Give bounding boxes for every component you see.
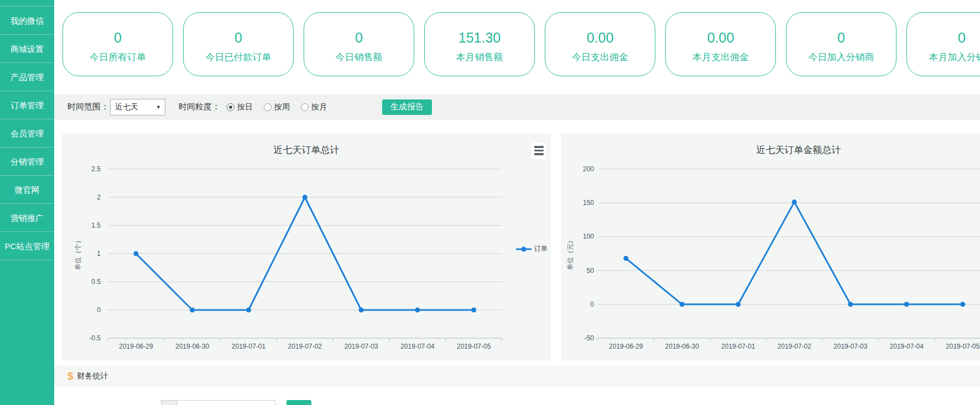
stat-card-label: 今日加入分销商	[809, 51, 874, 64]
stat-card-value: 0.00	[587, 30, 614, 45]
finance-input-addon	[161, 400, 177, 405]
order-amount-chart-svg: 200150100500-502019-06-292019-06-302019-…	[561, 134, 980, 360]
y-tick-label: -0.5	[89, 334, 101, 342]
y-tick-label: 1.5	[91, 222, 101, 229]
stat-card-label: 本月销售额	[456, 51, 503, 64]
y-tick-label: 2.5	[91, 165, 101, 173]
order-count-chart-svg: 2.521.510.50-0.52019-06-292019-06-302019…	[62, 134, 551, 360]
stat-card-label: 今日支出佣金	[572, 51, 628, 64]
y-tick-label: 0	[97, 306, 101, 314]
stat-card-5: 0.00今日支出佣金	[545, 12, 655, 76]
sidebar-item-4[interactable]: 订单管理	[0, 91, 54, 119]
series-line	[626, 202, 963, 304]
sidebar-item-1[interactable]: 我的微信	[0, 7, 54, 35]
x-tick-label: 2019-07-05	[946, 343, 980, 350]
data-point-2019-07-05	[471, 308, 476, 313]
stat-card-value: 0	[234, 30, 242, 45]
x-tick-label: 2019-06-29	[609, 343, 643, 350]
radio-option-3[interactable]: 按月	[301, 102, 327, 112]
y-tick-label: -50	[585, 334, 595, 342]
data-point-2019-07-02	[792, 199, 797, 204]
radio-unchecked-icon[interactable]	[264, 103, 272, 111]
radio-unchecked-icon[interactable]	[301, 103, 309, 111]
stat-card-3: 0今日销售额	[304, 12, 414, 76]
data-point-2019-07-02	[303, 195, 307, 200]
filter-bar: 时间范围： 近七天 ▼ 时间粒度： 按日按周按月 生成报告	[54, 94, 980, 120]
legend-marker-icon	[515, 246, 532, 253]
stat-card-value: 0	[355, 30, 363, 45]
time-range-selected-value: 近七天	[115, 102, 138, 112]
stat-card-value: 0.00	[707, 30, 734, 45]
y-tick-label: 0.5	[91, 278, 101, 286]
radio-option-label: 按周	[274, 102, 290, 112]
sidebar-item-6[interactable]: 分销管理	[0, 148, 54, 176]
stat-card-value: 0	[958, 30, 966, 45]
data-point-2019-06-30	[190, 308, 195, 313]
dollar-icon: $	[67, 370, 74, 382]
stat-card-value: 0	[114, 30, 122, 45]
data-point-2019-06-30	[680, 302, 685, 307]
stat-card-value: 0	[837, 30, 845, 45]
data-point-2019-07-03	[848, 302, 853, 307]
stat-card-value: 151.30	[458, 30, 501, 45]
finance-section-title: 财务统计	[77, 371, 108, 381]
x-tick-label: 2019-07-04	[400, 343, 435, 350]
sidebar-item-5[interactable]: 会员管理	[0, 119, 54, 148]
sidebar-item-7[interactable]: 微官网	[0, 176, 54, 204]
y-axis-name: 单位（个）	[74, 237, 82, 270]
data-point-2019-07-01	[246, 308, 251, 313]
finance-submit-button[interactable]	[286, 400, 311, 405]
granularity-label: 时间粒度：	[179, 102, 220, 112]
x-tick-label: 2019-07-01	[721, 343, 755, 350]
x-tick-label: 2019-07-04	[890, 343, 924, 350]
order-amount-chart-panel: 近七天订单金额总计 200150100500-502019-06-292019-…	[561, 134, 980, 360]
x-tick-label: 2019-07-03	[344, 343, 378, 350]
stat-card-label: 今日销售额	[336, 51, 383, 64]
sidebar: 我的微信商城设置产品管理订单管理会员管理分销管理微官网营销推广PC站点管理	[0, 0, 54, 405]
data-point-2019-07-05	[960, 302, 965, 307]
y-tick-label: 50	[587, 267, 595, 275]
x-tick-label: 2019-07-02	[288, 343, 322, 350]
data-point-2019-06-29	[623, 256, 628, 261]
chart-legend-orders[interactable]: 订单	[515, 244, 548, 254]
y-tick-label: 2	[97, 193, 101, 201]
y-tick-label: 150	[583, 199, 594, 207]
x-tick-label: 2019-06-29	[119, 343, 153, 350]
sidebar-top-divider	[0, 0, 54, 7]
x-tick-label: 2019-07-02	[778, 343, 812, 350]
data-point-2019-07-03	[359, 308, 364, 313]
radio-option-1[interactable]: 按日	[227, 102, 253, 112]
generate-report-button[interactable]: 生成报告	[382, 99, 432, 115]
time-range-select[interactable]: 近七天 ▼	[110, 99, 165, 115]
radio-option-2[interactable]: 按周	[264, 102, 290, 112]
y-tick-label: 200	[583, 165, 594, 173]
data-point-2019-06-29	[133, 251, 138, 256]
legend-label: 订单	[534, 244, 548, 254]
data-point-2019-07-04	[904, 302, 909, 307]
radio-option-label: 按月	[311, 102, 327, 112]
granularity-radio-group: 按日按周按月	[227, 102, 338, 112]
sidebar-item-3[interactable]: 产品管理	[0, 63, 54, 91]
stat-card-label: 本月支出佣金	[692, 51, 749, 64]
time-range-label: 时间范围：	[67, 102, 109, 112]
sidebar-item-8[interactable]: 营销推广	[0, 204, 54, 232]
sidebar-item-9[interactable]: PC站点管理	[0, 232, 54, 260]
stat-card-6: 0.00本月支出佣金	[665, 12, 776, 76]
stat-card-label: 今日已付款订单	[206, 51, 272, 64]
data-point-2019-07-01	[736, 302, 741, 307]
y-axis-name: 单位（元）	[566, 237, 574, 270]
dashboard-page: 我的微信商城设置产品管理订单管理会员管理分销管理微官网营销推广PC站点管理 0今…	[0, 0, 980, 405]
y-tick-label: 1	[97, 250, 101, 257]
sidebar-item-2[interactable]: 商城设置	[0, 35, 54, 63]
finance-section-header: $ 财务统计	[54, 366, 980, 387]
data-point-2019-07-04	[415, 308, 420, 313]
sidebar-menu: 我的微信商城设置产品管理订单管理会员管理分销管理微官网营销推广PC站点管理	[0, 7, 54, 260]
radio-checked-icon[interactable]	[227, 103, 234, 111]
y-tick-label: 100	[583, 233, 594, 240]
finance-date-input[interactable]	[177, 400, 275, 405]
x-tick-label: 2019-07-05	[457, 343, 491, 350]
x-tick-label: 2019-06-30	[665, 343, 700, 350]
stat-card-4: 151.30本月销售额	[424, 12, 535, 76]
x-tick-label: 2019-06-30	[175, 343, 210, 350]
y-tick-label: 0	[590, 301, 594, 308]
